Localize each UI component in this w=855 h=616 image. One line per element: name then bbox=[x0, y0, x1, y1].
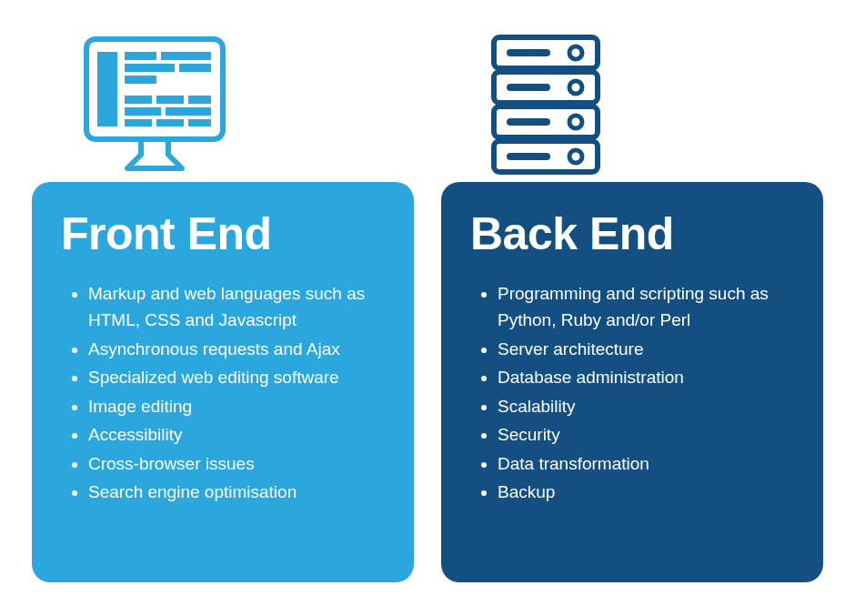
front-end-list: Markup and web languages such as HTML, C… bbox=[61, 280, 385, 506]
back-end-icon-wrap bbox=[441, 27, 823, 182]
svg-rect-19 bbox=[507, 49, 550, 56]
svg-rect-3 bbox=[161, 52, 211, 60]
svg-point-23 bbox=[569, 46, 582, 59]
svg-rect-11 bbox=[166, 107, 211, 116]
list-item: Server architecture bbox=[498, 336, 794, 362]
svg-rect-2 bbox=[125, 52, 156, 60]
list-item: Backup bbox=[498, 479, 794, 505]
diagram-container: Front End Markup and web languages such … bbox=[0, 0, 855, 610]
svg-rect-14 bbox=[188, 119, 211, 126]
back-end-title: Back End bbox=[470, 207, 794, 260]
list-item: Database administration bbox=[498, 364, 794, 390]
back-end-list: Programming and scripting such as Python… bbox=[470, 280, 794, 506]
server-icon bbox=[487, 32, 605, 177]
list-item: Scalability bbox=[498, 393, 794, 419]
svg-rect-9 bbox=[188, 96, 211, 104]
svg-rect-4 bbox=[125, 64, 175, 72]
svg-rect-7 bbox=[125, 96, 152, 104]
svg-rect-22 bbox=[507, 153, 550, 160]
back-end-card: Back End Programming and scripting such … bbox=[441, 182, 823, 582]
svg-rect-6 bbox=[125, 76, 156, 84]
list-item: Image editing bbox=[88, 393, 385, 419]
front-end-card: Front End Markup and web languages such … bbox=[32, 182, 414, 582]
back-end-column: Back End Programming and scripting such … bbox=[441, 27, 823, 582]
list-item: Security bbox=[498, 421, 794, 448]
svg-rect-1 bbox=[97, 52, 117, 126]
svg-rect-20 bbox=[507, 84, 550, 91]
svg-rect-5 bbox=[179, 64, 211, 72]
list-item: Cross-browser issues bbox=[88, 450, 385, 477]
svg-rect-13 bbox=[156, 119, 184, 126]
front-end-icon-wrap bbox=[32, 27, 414, 182]
svg-rect-21 bbox=[507, 118, 550, 126]
list-item: Programming and scripting such as Python… bbox=[498, 280, 794, 334]
list-item: Data transformation bbox=[498, 450, 794, 477]
svg-point-25 bbox=[569, 116, 582, 128]
svg-rect-12 bbox=[125, 119, 152, 126]
list-item: Asynchronous requests and Ajax bbox=[88, 336, 385, 362]
front-end-column: Front End Markup and web languages such … bbox=[32, 27, 414, 582]
svg-point-26 bbox=[569, 150, 582, 163]
svg-rect-8 bbox=[156, 96, 184, 104]
svg-point-24 bbox=[569, 81, 582, 94]
list-item: Accessibility bbox=[88, 421, 385, 448]
monitor-icon bbox=[77, 32, 232, 177]
list-item: Specialized web editing software bbox=[88, 364, 385, 390]
front-end-title: Front End bbox=[61, 207, 385, 260]
list-item: Markup and web languages such as HTML, C… bbox=[88, 280, 385, 334]
svg-rect-10 bbox=[125, 107, 161, 116]
list-item: Search engine optimisation bbox=[88, 479, 385, 505]
